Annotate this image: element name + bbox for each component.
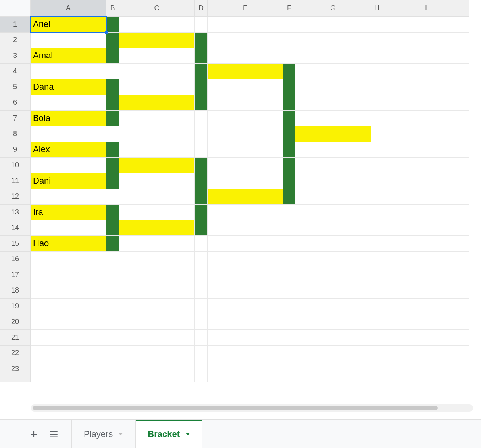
cell-H13[interactable] [371, 205, 383, 220]
cell-I21[interactable] [383, 330, 469, 346]
cell-G13[interactable] [295, 205, 371, 220]
col-header-E[interactable]: E [208, 0, 283, 17]
cell-H6[interactable] [371, 95, 383, 111]
cell-I7[interactable] [383, 111, 469, 126]
cell-F9[interactable] [283, 142, 295, 158]
cell-D15[interactable] [195, 236, 208, 252]
cell-A21[interactable] [31, 330, 106, 346]
cell-H16[interactable] [371, 252, 383, 268]
cell-B9[interactable] [106, 142, 119, 158]
cell-C16[interactable] [119, 252, 195, 268]
cell-A8[interactable] [31, 126, 106, 142]
cell-D20[interactable] [195, 314, 208, 330]
row-header-17[interactable]: 17 [0, 267, 31, 283]
cell-F22[interactable] [283, 346, 295, 362]
cell-C23[interactable] [119, 361, 195, 377]
cell-B1[interactable] [106, 17, 119, 33]
cell-E9[interactable] [208, 142, 283, 158]
row-header-20[interactable]: 20 [0, 314, 31, 330]
row-header-15[interactable]: 15 [0, 236, 31, 252]
cell-A20[interactable] [31, 314, 106, 330]
cell-B11[interactable] [106, 173, 119, 189]
cell-A6[interactable] [31, 95, 106, 111]
cell-B6[interactable] [106, 95, 119, 111]
col-header-D[interactable]: D [195, 0, 208, 17]
row-header-4[interactable]: 4 [0, 64, 31, 80]
cell-G20[interactable] [295, 314, 371, 330]
cell-I2[interactable] [383, 33, 469, 48]
cell-I10[interactable] [383, 158, 469, 174]
row-header-5[interactable]: 5 [0, 79, 31, 95]
cell-A5[interactable]: Dana [31, 79, 106, 95]
cell-H11[interactable] [371, 173, 383, 189]
cell-C1[interactable] [119, 17, 195, 33]
cell-F11[interactable] [283, 173, 295, 189]
cell-H14[interactable] [371, 220, 383, 236]
cell-I15[interactable] [383, 236, 469, 252]
cell-F23[interactable] [283, 361, 295, 377]
cell-B19[interactable] [106, 299, 119, 314]
cell-C8[interactable] [119, 126, 195, 142]
row-header-6[interactable]: 6 [0, 95, 31, 111]
cell-I17[interactable] [383, 267, 469, 283]
cell-E1[interactable] [208, 17, 283, 33]
row-header-12[interactable]: 12 [0, 189, 31, 205]
col-header-B[interactable]: B [106, 0, 119, 17]
cell-H5[interactable] [371, 79, 383, 95]
row-header-18[interactable]: 18 [0, 283, 31, 299]
cell-H7[interactable] [371, 111, 383, 126]
cell-E17[interactable] [208, 267, 283, 283]
cell-I4[interactable] [383, 64, 469, 80]
cell-F15[interactable] [283, 236, 295, 252]
cell-E4[interactable] [208, 64, 283, 80]
col-header-H[interactable]: H [371, 0, 383, 17]
cell-I6[interactable] [383, 95, 469, 111]
cell-A22[interactable] [31, 346, 106, 362]
cell-C3[interactable] [119, 48, 195, 64]
cell-G21[interactable] [295, 330, 371, 346]
col-header-G[interactable]: G [295, 0, 371, 17]
cell-E2[interactable] [208, 33, 283, 48]
cell-D2[interactable] [195, 33, 208, 48]
cell-D10[interactable] [195, 158, 208, 174]
cell-G7[interactable] [295, 111, 371, 126]
cell-D16[interactable] [195, 252, 208, 268]
add-sheet-button[interactable] [24, 420, 44, 448]
cell-G17[interactable] [295, 267, 371, 283]
cell-B18[interactable] [106, 283, 119, 299]
cell-A15[interactable]: Hao [31, 236, 106, 252]
cell-I23[interactable] [383, 361, 469, 377]
cell-I1[interactable] [383, 17, 469, 33]
cell-G16[interactable] [295, 252, 371, 268]
cell-D4[interactable] [195, 64, 208, 80]
cell-A12[interactable] [31, 189, 106, 205]
cell-C21[interactable] [119, 330, 195, 346]
cell-D18[interactable] [195, 283, 208, 299]
cell-A11[interactable]: Dani [31, 173, 106, 189]
cell-B2[interactable] [106, 33, 119, 48]
cell-D6[interactable] [195, 95, 208, 111]
cell-I16[interactable] [383, 252, 469, 268]
cell-G3[interactable] [295, 48, 371, 64]
cell-H15[interactable] [371, 236, 383, 252]
row-header-23[interactable]: 23 [0, 361, 31, 377]
cell-C2[interactable] [119, 33, 195, 48]
row-header-14[interactable]: 14 [0, 220, 31, 236]
cell-C7[interactable] [119, 111, 195, 126]
cell-A1[interactable]: Ariel [31, 17, 106, 33]
cell-F5[interactable] [283, 79, 295, 95]
cell-D3[interactable] [195, 48, 208, 64]
cell-G23[interactable] [295, 361, 371, 377]
row-header-21[interactable]: 21 [0, 330, 31, 346]
cell-E3[interactable] [208, 48, 283, 64]
cell-I11[interactable] [383, 173, 469, 189]
cell-B15[interactable] [106, 236, 119, 252]
cell-C17[interactable] [119, 267, 195, 283]
cell-A17[interactable] [31, 267, 106, 283]
row-header-7[interactable]: 7 [0, 111, 31, 126]
cell-D19[interactable] [195, 299, 208, 314]
cell-B20[interactable] [106, 314, 119, 330]
cell-E6[interactable] [208, 95, 283, 111]
cell-C4[interactable] [119, 64, 195, 80]
cell-D23[interactable] [195, 361, 208, 377]
